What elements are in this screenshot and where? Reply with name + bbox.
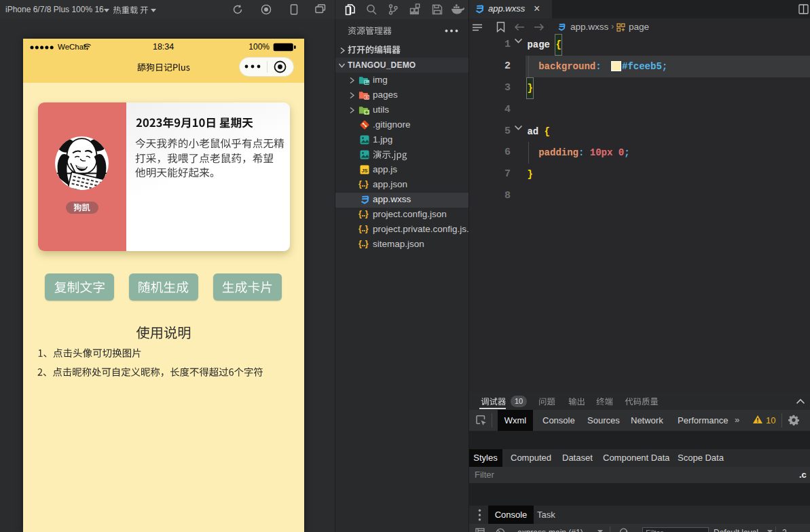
svg-text:JS: JS — [361, 168, 367, 174]
